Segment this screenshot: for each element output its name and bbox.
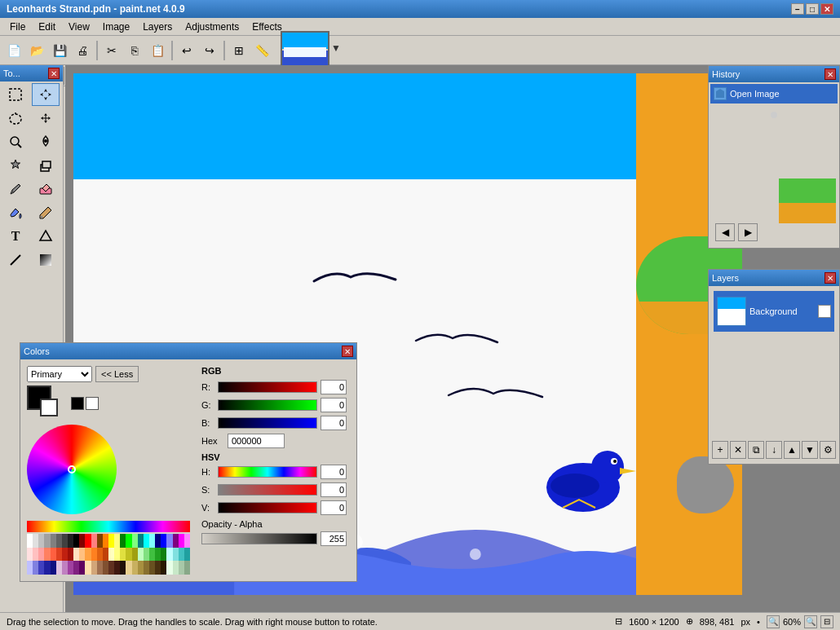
pal-n7[interactable] [120,561,126,575]
toolbar-open[interactable]: 📂 [26,40,47,61]
toolbar-cut[interactable]: ✂ [101,40,122,61]
layer-move-up[interactable]: ▲ [784,441,800,459]
menu-layers[interactable]: Layers [136,20,179,34]
history-close[interactable]: ✕ [825,68,836,80]
pal-r6[interactable] [56,548,62,562]
pal-red[interactable] [85,534,91,548]
g-input[interactable]: 0 [321,398,347,412]
pal-p5[interactable] [79,561,85,575]
pal-brown[interactable] [97,534,103,548]
r-input[interactable]: 0 [321,380,347,394]
tool-gradient[interactable] [32,249,60,271]
pal-s7[interactable] [161,561,166,575]
zoom-out-btn[interactable]: 🔍 [767,615,780,628]
pal-2[interactable] [38,534,44,548]
color-mode-select[interactable]: Primary Secondary [27,366,92,382]
pal-s4[interactable] [144,561,149,575]
toolbar-undo[interactable]: ↩ [176,40,197,61]
pal-darkblue[interactable] [155,534,161,548]
pal-cyan[interactable] [144,534,149,548]
color-wheel[interactable] [27,425,117,514]
pal-g3[interactable] [149,548,155,562]
g-slider[interactable] [218,399,317,411]
tool-rect-select[interactable] [2,83,29,106]
pal-6[interactable] [62,534,68,548]
colors-close[interactable]: ✕ [342,346,353,357]
pal-t3[interactable] [179,561,184,575]
maximize-button[interactable]: □ [806,3,819,15]
s-input[interactable]: 0 [321,482,347,497]
thumbnail-arrow[interactable]: ▼ [331,42,341,54]
pal-o2[interactable] [79,548,85,562]
opacity-slider[interactable] [201,533,317,544]
tool-paintbucket[interactable] [2,201,29,224]
tool-line[interactable] [2,249,29,271]
pal-p2[interactable] [62,561,68,575]
layer-background[interactable]: Background ✓ [714,291,834,332]
v-input[interactable]: 0 [321,500,347,515]
r-slider[interactable] [218,381,317,393]
pal-y1[interactable] [108,548,114,562]
pal-o1[interactable] [73,548,79,562]
pal-b1[interactable] [27,561,33,575]
pal-green[interactable] [126,534,131,548]
pal-yellow[interactable] [108,534,114,548]
pal-blue[interactable] [161,534,166,548]
pal-c4[interactable] [184,548,190,562]
layers-close[interactable]: ✕ [825,272,836,284]
tool-eraser[interactable] [32,178,60,200]
menu-file[interactable]: File [3,20,32,34]
pal-n1[interactable] [85,561,91,575]
pal-black[interactable] [73,534,79,548]
pal-n4[interactable] [103,561,108,575]
pal-orange[interactable] [103,534,108,548]
pal-b3[interactable] [38,561,44,575]
palette-grid[interactable] [27,534,190,575]
pal-r2[interactable] [33,548,38,562]
toolbar-grid[interactable]: ⊞ [228,40,250,61]
pal-lightcyan[interactable] [149,534,155,548]
layer-delete[interactable]: ✕ [730,441,746,459]
pal-magenta[interactable] [179,534,184,548]
minimize-button[interactable]: − [791,3,804,15]
pal-r4[interactable] [44,548,50,562]
pal-r1[interactable] [27,548,33,562]
pal-g4[interactable] [155,548,161,562]
tool-pan[interactable] [32,130,60,153]
pal-purple[interactable] [173,534,179,548]
toolbar-copy[interactable]: ⎘ [124,40,145,61]
pal-t1[interactable] [166,561,172,575]
menu-image[interactable]: Image [96,20,136,34]
pal-g5[interactable] [161,548,166,562]
pal-r3[interactable] [38,548,44,562]
pal-o3[interactable] [85,548,91,562]
pal-y3[interactable] [120,548,126,562]
pal-lightgreen[interactable] [132,534,138,548]
menu-adjustments[interactable]: Adjustments [179,20,245,34]
layer-properties[interactable]: ⚙ [820,441,836,459]
pal-s2[interactable] [132,561,138,575]
pal-o5[interactable] [97,548,103,562]
pal-t4[interactable] [184,561,190,575]
toolbar-paste[interactable]: 📋 [147,40,168,61]
tool-panel-close[interactable]: ✕ [48,68,60,79]
pal-p1[interactable] [56,561,62,575]
b-slider[interactable] [218,417,317,429]
b-input[interactable]: 0 [321,416,347,430]
menu-view[interactable]: View [62,20,96,34]
image-thumbnail[interactable] [281,31,329,70]
toolbar-new[interactable]: 📄 [3,40,24,61]
pal-5[interactable] [56,534,62,548]
layer-move-down[interactable]: ▼ [802,441,818,459]
pal-c3[interactable] [179,548,184,562]
pal-lightmagenta[interactable] [184,534,190,548]
pal-lightred[interactable] [91,534,97,548]
menu-edit[interactable]: Edit [32,20,62,34]
pal-b4[interactable] [44,561,50,575]
hex-input[interactable]: 000000 [228,434,285,448]
pal-g2[interactable] [144,548,149,562]
tool-shapes[interactable] [32,225,60,248]
pal-s1[interactable] [126,561,131,575]
toolbar-save[interactable]: 💾 [49,40,70,61]
pal-r5[interactable] [51,548,56,562]
